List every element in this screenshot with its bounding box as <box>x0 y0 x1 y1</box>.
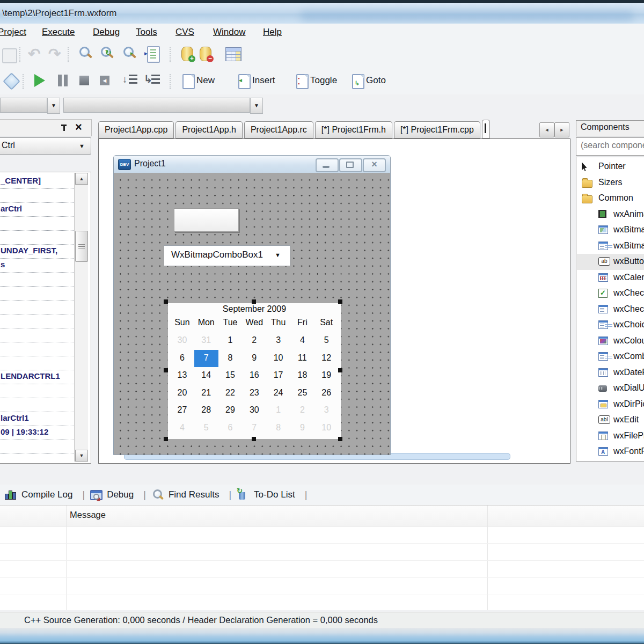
bitmap-combobox-control[interactable]: WxBitmapComboBox1 ▼ <box>164 245 290 266</box>
class-combo-arrow[interactable]: ▼ <box>47 98 60 114</box>
calendar-day[interactable]: 23 <box>242 385 266 402</box>
menu-cvs[interactable]: CVS <box>175 27 194 38</box>
calendar-day[interactable]: 22 <box>218 385 243 402</box>
selection-handle[interactable] <box>338 437 342 441</box>
class-combo[interactable] <box>0 98 47 113</box>
form-canvas[interactable]: WxBitmapComboBox1 ▼ September 2009 SunMo… <box>114 173 390 455</box>
component-item-wxdatepickerctrl[interactable]: wxDatePickerCtrl <box>577 365 644 381</box>
menu-tools[interactable]: Tools <box>136 27 157 38</box>
property-row[interactable] <box>0 398 74 412</box>
calendar-day[interactable]: 13 <box>170 367 194 385</box>
component-item-pointer[interactable]: Pointer <box>577 159 644 175</box>
calendar-day[interactable]: 25 <box>290 385 314 402</box>
report-tab-compile-log[interactable]: Compile Log <box>4 489 72 501</box>
calendar-selected-day[interactable]: 7 <box>194 350 218 368</box>
member-combo[interactable] <box>63 98 250 113</box>
selection-handle[interactable] <box>252 437 256 441</box>
tab--project1frm-h[interactable]: [*] Project1Frm.h <box>315 121 392 138</box>
component-item-wxchecklistbox[interactable]: wxCheckListBox <box>577 302 644 318</box>
component-item-wxdialupmanager[interactable]: wxDialUpManager <box>577 380 644 397</box>
insert-page-icon[interactable]: ◄ <box>238 74 251 89</box>
calendar-day[interactable]: 4 <box>170 420 194 437</box>
print-icon[interactable] <box>2 48 17 63</box>
goto-page-icon[interactable]: ↳ <box>352 74 364 89</box>
component-item-wxcombobox[interactable]: wxComboBox <box>577 349 644 365</box>
property-row[interactable] <box>0 342 74 356</box>
table-icon[interactable] <box>225 47 241 61</box>
calendar-day[interactable]: 27 <box>170 402 194 420</box>
component-item-wxedit[interactable]: ablwxEdit <box>577 412 644 428</box>
calendar-day[interactable]: 4 <box>290 332 314 350</box>
calendar-day[interactable]: 5 <box>314 332 339 350</box>
calendar-day[interactable]: 9 <box>242 350 266 368</box>
calendar-day[interactable]: 18 <box>290 367 314 385</box>
component-item-wxfilepickerctrl[interactable]: wxFilePickerCtrl <box>577 428 644 444</box>
report-tab-find-results[interactable]: Find Results <box>151 489 219 501</box>
property-row[interactable] <box>0 230 74 245</box>
goto-button[interactable]: Goto <box>366 75 386 86</box>
property-row[interactable] <box>0 384 74 398</box>
property-row[interactable] <box>0 300 74 314</box>
close-icon[interactable]: × <box>75 120 82 134</box>
undo-icon[interactable]: ↶ <box>28 45 40 63</box>
calendar-day[interactable]: 9 <box>290 420 314 437</box>
calendar-day[interactable]: 16 <box>242 367 266 385</box>
property-row[interactable] <box>0 440 74 454</box>
search-input[interactable] <box>580 140 644 151</box>
calendar-day[interactable]: 5 <box>194 420 218 437</box>
components-search-box[interactable] <box>576 137 644 156</box>
blank-control[interactable] <box>174 208 239 232</box>
component-item-wxdirpickerctrl[interactable]: wxDirPickerCtrl <box>577 397 644 413</box>
report-tab-debug[interactable]: Debug <box>90 489 134 500</box>
calendar-day[interactable]: 11 <box>290 350 314 368</box>
property-row[interactable] <box>0 314 74 328</box>
calendar-day[interactable]: 6 <box>170 350 194 368</box>
step-into-icon[interactable]: ↳ <box>151 75 160 85</box>
calendar-day[interactable]: 19 <box>314 367 339 385</box>
property-row[interactable]: _CENTER] <box>0 174 74 189</box>
component-item-sizers[interactable]: Sizers <box>577 175 644 191</box>
tab-partial[interactable] <box>482 120 490 138</box>
tab-project1app-cpp[interactable]: Project1App.cpp <box>98 121 174 138</box>
tab-project1app-rc[interactable]: Project1App.rc <box>244 121 313 138</box>
component-item-wxcalendarctrl[interactable]: wxCalendarCtrl <box>577 270 644 286</box>
stop-icon[interactable] <box>79 76 89 85</box>
property-row[interactable] <box>0 328 74 342</box>
new-button[interactable]: New <box>196 75 215 86</box>
component-item-wxcolourpickerctrl[interactable]: wxColourPickerCtrl <box>577 333 644 349</box>
property-row[interactable]: larCtrl1 <box>0 412 74 426</box>
calendar-day[interactable]: 31 <box>194 332 218 350</box>
calendar-day[interactable]: 28 <box>194 402 218 420</box>
selection-handle[interactable] <box>164 368 168 372</box>
component-item-common[interactable]: Common <box>577 191 644 207</box>
tab-scroll-right-icon[interactable]: ► <box>554 122 569 137</box>
calendar-day[interactable]: 3 <box>266 332 290 350</box>
property-row[interactable]: 09 | 19:33:12 <box>0 426 74 440</box>
property-scrollbar[interactable]: ▲ ▼ <box>74 173 88 462</box>
add-watch-icon[interactable]: + <box>181 47 193 61</box>
designed-form[interactable]: DEV Project1 × WxBitmapComboBox1 ▼ Septe… <box>113 155 391 455</box>
calendar-day[interactable]: 29 <box>218 402 243 420</box>
search-icon[interactable] <box>78 46 93 61</box>
calendar-day[interactable]: 1 <box>218 332 243 350</box>
menu-project[interactable]: Project <box>0 27 26 38</box>
calendar-day[interactable]: 7 <box>242 420 266 437</box>
calendar-day[interactable]: 1 <box>266 402 290 420</box>
property-row[interactable]: arCtrl <box>0 202 74 217</box>
menu-help[interactable]: Help <box>263 27 282 38</box>
tab-project1app-h[interactable]: Project1App.h <box>175 121 243 138</box>
tab-scroll-left-icon[interactable]: ◄ <box>539 122 554 137</box>
property-row[interactable] <box>0 272 74 287</box>
pin-icon[interactable] <box>61 123 68 132</box>
replace-icon[interactable]: ↻ <box>100 46 114 61</box>
insert-button[interactable]: Insert <box>252 75 275 86</box>
scroll-down-icon[interactable]: ▼ <box>75 450 88 462</box>
component-item-wxbutton[interactable]: abwxButton <box>577 254 644 270</box>
selection-handle[interactable] <box>164 437 168 441</box>
calendar-day[interactable]: 21 <box>194 385 218 402</box>
component-item-wxfontpickerctrl[interactable]: wxFontPickerCtrl <box>577 444 644 460</box>
calendar-day[interactable]: 8 <box>266 420 290 437</box>
property-row[interactable] <box>0 216 74 231</box>
calendar-day[interactable]: 6 <box>218 420 243 437</box>
selection-handle[interactable] <box>338 299 342 304</box>
